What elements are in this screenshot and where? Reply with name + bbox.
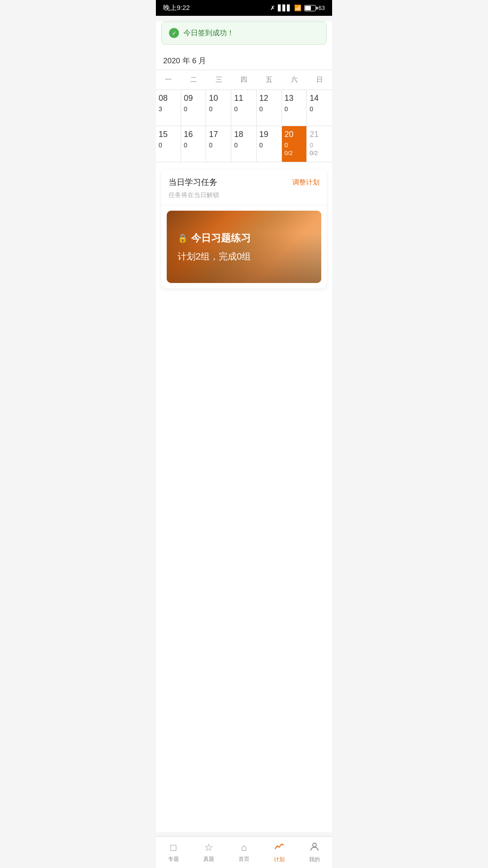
nav-item-real-exam[interactable]: ☆ 真题 [191, 837, 226, 868]
adjust-plan-button[interactable]: 调整计划 [292, 178, 319, 187]
battery-level: 63 [319, 5, 325, 11]
bottom-nav: □ 专题 ☆ 真题 ⌂ 首页 计划 我的 [156, 836, 332, 868]
success-banner: ✓ 今日签到成功！ [161, 21, 327, 45]
calendar-weekdays: 一 二 三 四 五 六 日 [156, 70, 332, 90]
cal-day-09[interactable]: 09 0 [181, 90, 206, 126]
network-icon: ▋▋▋ [278, 5, 291, 11]
status-bar: 晚上9:22 ✗ ▋▋▋ 📶 63 [156, 0, 332, 16]
nav-label-subjects: 专题 [168, 855, 179, 863]
home-icon: ⌂ [241, 842, 247, 854]
practice-card[interactable]: 🔒 今日习题练习 计划2组，完成0组 [167, 211, 321, 283]
main-content: ✓ 今日签到成功！ 2020 年 6 月 一 二 三 四 五 六 日 08 3 … [156, 21, 332, 832]
signal-icon: ✗ [270, 5, 275, 11]
nav-item-home[interactable]: ⌂ 首页 [226, 837, 262, 868]
lock-icon: 🔒 [178, 233, 188, 243]
svg-point-0 [313, 843, 316, 847]
cal-day-13[interactable]: 13 0 [282, 90, 307, 126]
status-icons: ✗ ▋▋▋ 📶 63 [270, 5, 325, 11]
real-exam-icon: ☆ [204, 842, 213, 854]
weekday-thu: 四 [231, 70, 257, 90]
practice-title-row: 🔒 今日习题练习 [178, 231, 310, 245]
cal-day-21[interactable]: 21 0 0/2 [307, 126, 332, 162]
cal-day-15[interactable]: 15 0 [156, 126, 181, 162]
task-divider [161, 205, 327, 205]
cal-day-11[interactable]: 11 0 [231, 90, 257, 126]
cal-day-10[interactable]: 10 0 [206, 90, 231, 126]
success-check-icon: ✓ [169, 28, 179, 38]
battery-icon [304, 5, 316, 11]
practice-main-title: 今日习题练习 [191, 231, 251, 245]
mine-icon [310, 841, 319, 854]
success-message: 今日签到成功！ [183, 28, 234, 38]
weekday-sun: 日 [307, 70, 332, 90]
task-header: 当日学习任务 调整计划 [161, 170, 327, 189]
weekday-wed: 三 [206, 70, 231, 90]
month-header: 2020 年 6 月 [156, 50, 332, 70]
wifi-icon: 📶 [294, 5, 301, 11]
cal-day-12[interactable]: 12 0 [257, 90, 282, 126]
task-title: 当日学习任务 [169, 177, 217, 188]
cal-day-08[interactable]: 08 3 [156, 90, 181, 126]
subjects-icon: □ [170, 842, 176, 854]
task-section: 当日学习任务 调整计划 任务将在当日解锁 🔒 今日习题练习 计划2组，完成0组 [161, 170, 327, 288]
nav-label-real-exam: 真题 [203, 855, 214, 863]
practice-subtitle: 计划2组，完成0组 [178, 250, 310, 263]
weekday-mon: 一 [156, 70, 181, 90]
weekday-tue: 二 [181, 70, 206, 90]
nav-label-plan: 计划 [274, 856, 285, 863]
plan-icon [274, 841, 284, 854]
cal-day-19[interactable]: 19 0 [257, 126, 282, 162]
nav-label-home: 首页 [239, 855, 249, 863]
nav-item-plan[interactable]: 计划 [262, 837, 297, 868]
weekday-sat: 六 [282, 70, 307, 90]
calendar-body: 08 3 09 0 10 0 11 0 12 0 13 0 [156, 90, 332, 162]
status-time: 晚上9:22 [163, 4, 190, 12]
cal-day-16[interactable]: 16 0 [181, 126, 206, 162]
cal-day-14[interactable]: 14 0 [307, 90, 332, 126]
practice-content: 🔒 今日习题练习 计划2组，完成0组 [178, 231, 310, 263]
nav-label-mine: 我的 [309, 856, 320, 863]
cal-day-18[interactable]: 18 0 [231, 126, 257, 162]
task-subtitle: 任务将在当日解锁 [161, 189, 327, 205]
weekday-fri: 五 [257, 70, 282, 90]
nav-item-mine[interactable]: 我的 [297, 837, 332, 868]
cal-day-17[interactable]: 17 0 [206, 126, 231, 162]
nav-item-subjects[interactable]: □ 专题 [156, 837, 191, 868]
calendar: 一 二 三 四 五 六 日 08 3 09 0 10 0 11 0 [156, 70, 332, 162]
cal-day-20-today[interactable]: 20 0 0/2 [282, 126, 307, 162]
